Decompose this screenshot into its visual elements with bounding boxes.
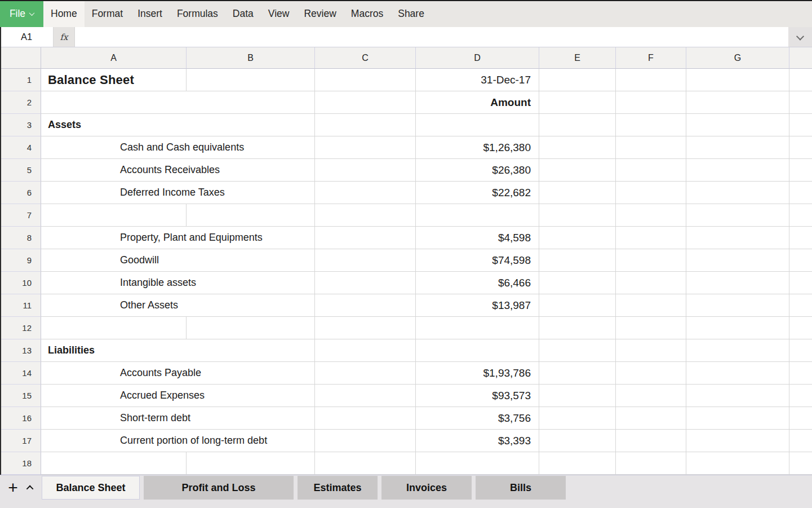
cell-g3[interactable]: [686, 114, 789, 136]
cell-f2[interactable]: [616, 91, 686, 114]
grid-corner[interactable]: [0, 47, 41, 69]
formula-bar-expand-button[interactable]: [788, 27, 812, 47]
cell-g14[interactable]: [686, 362, 789, 385]
cell-e16[interactable]: [539, 407, 616, 430]
cell-b7[interactable]: [187, 204, 315, 227]
row-header-7[interactable]: 7: [0, 204, 41, 227]
cell-e7[interactable]: [539, 204, 616, 227]
row-header-3[interactable]: 3: [0, 114, 41, 136]
cell-f3[interactable]: [616, 114, 686, 136]
cell-h12[interactable]: [789, 317, 812, 339]
cell-g13[interactable]: [686, 339, 789, 362]
cell-c9[interactable]: [315, 249, 416, 272]
cell-h18[interactable]: [789, 452, 812, 475]
cell-e1[interactable]: [539, 69, 616, 91]
cell-g17[interactable]: [686, 430, 789, 452]
cell-d1[interactable]: 31-Dec-17: [416, 69, 539, 91]
cell-f17[interactable]: [616, 430, 686, 452]
cell-a17[interactable]: Current portion of long-term debt: [41, 430, 315, 452]
menu-item-format[interactable]: Format: [85, 0, 130, 27]
cell-a10[interactable]: Intangible assets: [41, 272, 315, 294]
cell-f11[interactable]: [616, 294, 686, 317]
menu-item-view[interactable]: View: [261, 0, 297, 27]
menu-item-insert[interactable]: Insert: [130, 0, 170, 27]
cell-a13[interactable]: Liabilities: [41, 339, 315, 362]
cell-e15[interactable]: [539, 385, 616, 407]
cell-a15[interactable]: Accrued Expenses: [41, 385, 315, 407]
cell-d15[interactable]: $93,573: [416, 385, 539, 407]
cell-g18[interactable]: [686, 452, 789, 475]
cell-a3[interactable]: Assets: [41, 114, 315, 136]
cell-a6[interactable]: Deferred Income Taxes: [41, 182, 315, 204]
cell-b1[interactable]: [187, 69, 315, 91]
cell-d4[interactable]: $1,26,380: [416, 136, 539, 159]
cell-d17[interactable]: $3,393: [416, 430, 539, 452]
column-header-f[interactable]: F: [616, 47, 686, 69]
cell-f14[interactable]: [616, 362, 686, 385]
cell-f6[interactable]: [616, 182, 686, 204]
cell-h17[interactable]: [789, 430, 812, 452]
cell-e6[interactable]: [539, 182, 616, 204]
cell-a9[interactable]: Goodwill: [41, 249, 315, 272]
cell-d11[interactable]: $13,987: [416, 294, 539, 317]
cell-a11[interactable]: Other Assets: [41, 294, 315, 317]
cell-d2[interactable]: Amount: [416, 91, 539, 114]
cell-g7[interactable]: [686, 204, 789, 227]
formula-input[interactable]: [75, 27, 788, 47]
cell-e4[interactable]: [539, 136, 616, 159]
cell-d14[interactable]: $1,93,786: [416, 362, 539, 385]
cell-g2[interactable]: [686, 91, 789, 114]
cell-f15[interactable]: [616, 385, 686, 407]
menu-item-data[interactable]: Data: [225, 0, 261, 27]
row-header-4[interactable]: 4: [0, 136, 41, 159]
cell-f4[interactable]: [616, 136, 686, 159]
row-header-15[interactable]: 15: [0, 385, 41, 407]
cell-c8[interactable]: [315, 227, 416, 249]
sheet-tab-bills[interactable]: Bills: [476, 476, 566, 500]
cell-g12[interactable]: [686, 317, 789, 339]
cell-c18[interactable]: [315, 452, 416, 475]
cell-c14[interactable]: [315, 362, 416, 385]
cell-c7[interactable]: [315, 204, 416, 227]
cell-e9[interactable]: [539, 249, 616, 272]
cell-reference-box[interactable]: A1: [0, 27, 54, 47]
cell-e11[interactable]: [539, 294, 616, 317]
row-header-8[interactable]: 8: [0, 227, 41, 249]
sheet-list-button[interactable]: [23, 476, 38, 500]
menu-item-review[interactable]: Review: [296, 0, 343, 27]
cell-g4[interactable]: [686, 136, 789, 159]
cell-f8[interactable]: [616, 227, 686, 249]
row-header-13[interactable]: 13: [0, 339, 41, 362]
cell-e13[interactable]: [539, 339, 616, 362]
cell-h16[interactable]: [789, 407, 812, 430]
column-header-a[interactable]: A: [41, 47, 187, 69]
cell-a18[interactable]: [41, 452, 187, 475]
row-header-11[interactable]: 11: [0, 294, 41, 317]
cell-h1[interactable]: [789, 69, 812, 91]
cell-b18[interactable]: [187, 452, 315, 475]
cell-h7[interactable]: [789, 204, 812, 227]
cell-c15[interactable]: [315, 385, 416, 407]
cell-h2[interactable]: [789, 91, 812, 114]
column-header-d[interactable]: D: [416, 47, 539, 69]
cell-g5[interactable]: [686, 159, 789, 182]
cell-d6[interactable]: $22,682: [416, 182, 539, 204]
cell-a2[interactable]: [41, 91, 315, 114]
cell-a14[interactable]: Accounts Payable: [41, 362, 315, 385]
cell-c3[interactable]: [315, 114, 416, 136]
cell-h9[interactable]: [789, 249, 812, 272]
sheet-tab-profit-and-loss[interactable]: Profit and Loss: [144, 476, 294, 500]
column-header-g[interactable]: G: [686, 47, 789, 69]
row-header-9[interactable]: 9: [0, 249, 41, 272]
cell-g8[interactable]: [686, 227, 789, 249]
cell-d8[interactable]: $4,598: [416, 227, 539, 249]
row-header-10[interactable]: 10: [0, 272, 41, 294]
cell-c5[interactable]: [315, 159, 416, 182]
cell-a16[interactable]: Short-term debt: [41, 407, 315, 430]
cell-d9[interactable]: $74,598: [416, 249, 539, 272]
cell-a8[interactable]: Property, Plant and Equipments: [41, 227, 315, 249]
cell-c6[interactable]: [315, 182, 416, 204]
row-header-12[interactable]: 12: [0, 317, 41, 339]
cell-f10[interactable]: [616, 272, 686, 294]
cell-d10[interactable]: $6,466: [416, 272, 539, 294]
